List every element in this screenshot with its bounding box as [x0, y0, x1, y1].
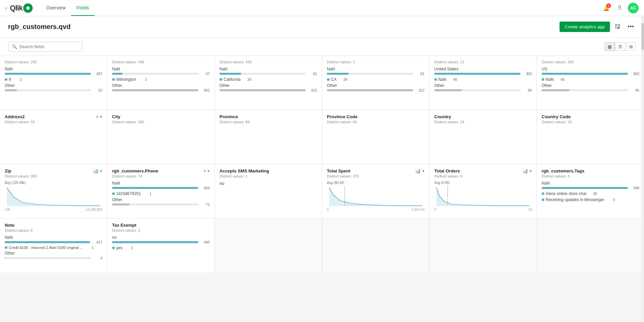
- bar-value: 437: [93, 240, 102, 244]
- other-row: Other 392: [112, 83, 210, 92]
- save-button[interactable]: 🖫: [613, 22, 623, 32]
- other-value: 322: [308, 88, 317, 92]
- back-button[interactable]: ‹: [5, 5, 7, 11]
- search-box: 🔍: [8, 42, 82, 52]
- bar-value: 369: [200, 186, 210, 190]
- field-distinct: Distinct values: 74: [112, 174, 210, 178]
- field-distinct: Distinct values: 1: [219, 174, 317, 178]
- bar-value: 81: [308, 72, 317, 76]
- list-view-button[interactable]: ☰: [615, 42, 625, 51]
- histogram-svg: [434, 186, 532, 206]
- chart-avg: Avg (120.48k): [5, 181, 102, 185]
- header-right: 🔔 1 ⠿ AC: [601, 3, 639, 13]
- create-analytics-button[interactable]: Create analytics app: [560, 22, 610, 32]
- other-label: Other: [5, 251, 102, 256]
- field-actions: 📊 ▾: [522, 168, 532, 173]
- chart-min: 135: [5, 208, 10, 212]
- field-header: Total Spent 📊 ▾: [327, 168, 425, 173]
- dot-value: 1: [84, 246, 94, 250]
- field-card-tax-exempt: Tax Exempt Distinct values: 2 no 440 yes…: [107, 219, 214, 272]
- other-bar: 96: [434, 88, 532, 92]
- page-header: rgb_customers.qvd Create analytics app 🖫…: [0, 16, 644, 38]
- table-view-button[interactable]: ⊞: [626, 42, 636, 51]
- chevron-button[interactable]: ▾: [100, 114, 102, 119]
- other-value: 392: [200, 88, 210, 92]
- other-label: Other: [434, 83, 532, 88]
- search-input[interactable]: [19, 44, 78, 49]
- dot-row: NaN 46: [434, 77, 532, 82]
- chart-type-button[interactable]: 📊: [522, 168, 528, 173]
- dot-label: California: [224, 77, 241, 82]
- other-bar: 322: [327, 88, 425, 92]
- apps-button[interactable]: ⠿: [614, 3, 625, 13]
- bar-container: 398: [542, 186, 639, 190]
- field-distinct: Distinct values: 6: [434, 174, 532, 178]
- field-header: Total Orders 📊 ▾: [434, 168, 532, 173]
- chevron-button[interactable]: ▾: [100, 168, 102, 173]
- dot-label: NaN: [546, 77, 554, 82]
- tab-fields[interactable]: Fields: [71, 0, 94, 16]
- other-bar: 96: [542, 88, 639, 92]
- dot-icon: [219, 78, 222, 81]
- field-card-province-top: Distinct values: 438 NaN 81 California 3…: [215, 56, 322, 110]
- bar-row: United States 300: [434, 67, 532, 76]
- sort-button[interactable]: ≡: [203, 168, 206, 173]
- scrollbar-thumb[interactable]: [641, 23, 644, 50]
- field-name: Total Orders: [434, 168, 460, 173]
- dot-icon: [542, 192, 544, 195]
- sms-value: no: [219, 181, 317, 186]
- bar-label: United States: [434, 67, 532, 71]
- sort-button[interactable]: ≡: [96, 114, 99, 119]
- chart-type-button[interactable]: 📊: [415, 168, 421, 173]
- bar-container: 300: [542, 72, 639, 76]
- field-card-country: Country Distinct values: 24: [430, 110, 537, 164]
- grid-view-button[interactable]: ▦: [605, 42, 615, 51]
- field-header: City: [112, 114, 210, 119]
- bar-label: NaN: [542, 181, 639, 186]
- tab-overview[interactable]: Overview: [41, 0, 71, 16]
- other-label: Other: [112, 197, 210, 202]
- field-name: Address2: [5, 114, 25, 119]
- field-card-country-code-top: Distinct values: 393 US 300 NaN 46 Other…: [537, 56, 644, 110]
- dot-icon: [5, 246, 7, 249]
- chart-max: 19: [528, 208, 532, 212]
- scrollbar-track[interactable]: [641, 16, 644, 272]
- dot-icon: [434, 78, 437, 81]
- dot-label-2: Receiving updates in Messenger: [546, 197, 604, 202]
- dot-value: 46: [555, 77, 565, 82]
- more-button[interactable]: •••: [625, 22, 636, 32]
- logo-icon: [23, 3, 33, 13]
- field-header: Address2 ≡ ▾: [5, 114, 102, 119]
- chart-type-button[interactable]: 📊: [93, 168, 99, 173]
- dot-label: yes: [116, 246, 123, 250]
- field-actions: 📊 ▾: [415, 168, 425, 173]
- field-header: rgb_customers.Phone ≡ ▾: [112, 168, 210, 173]
- field-actions: 📊 ▾: [93, 168, 102, 173]
- field-name: Note: [5, 223, 14, 228]
- other-row: Other 322: [327, 83, 425, 92]
- field-distinct: Distinct values: 383: [5, 174, 102, 178]
- dot-row: Credit $100 - returned 2 Atari 5200 orig…: [5, 246, 102, 250]
- dot-label: Credit $100 - returned 2 Atari 5200 orig…: [9, 246, 83, 250]
- other-value: 4: [93, 256, 102, 260]
- field-name: Zip: [5, 168, 11, 173]
- field-card-total-spent: Total Spent 📊 ▾ Distinct values: 270 Avg…: [322, 164, 429, 218]
- svg-marker-0: [7, 188, 100, 206]
- notification-button[interactable]: 🔔 1: [601, 3, 612, 13]
- dot-icon: [5, 78, 7, 81]
- dot-row: CA 39: [327, 77, 425, 82]
- field-card-city: City Distinct values: 360: [107, 110, 214, 164]
- chevron-button[interactable]: ▾: [207, 168, 210, 173]
- chevron-button[interactable]: ▾: [422, 168, 425, 173]
- dot-value-2: 5: [606, 198, 615, 202]
- field-distinct: Distinct values: 393: [542, 60, 639, 64]
- avatar[interactable]: AC: [628, 3, 639, 13]
- dot-value: 39: [588, 192, 597, 196]
- field-card-tags: rgb_customers.Tags Distinct values: 3 Na…: [537, 164, 644, 218]
- chevron-button[interactable]: ▾: [530, 168, 532, 173]
- app-header: ‹ Qlik Overview Fields 🔔 1 ⠿ AC: [0, 0, 644, 16]
- chart-max: 1,044.33: [411, 208, 425, 212]
- field-distinct: Distinct values: 55: [5, 120, 102, 124]
- dot-value: 39: [242, 77, 251, 82]
- field-distinct: Distinct values: 66: [219, 120, 317, 124]
